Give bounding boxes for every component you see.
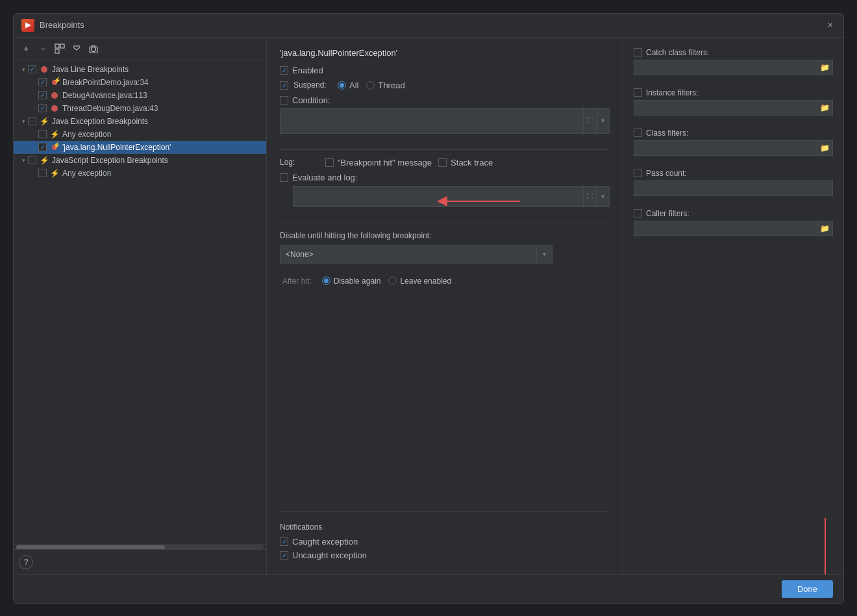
breakpoint-hit-label[interactable]: "Breakpoint hit" message [325, 158, 432, 167]
class-filters-browse-btn[interactable]: 📁 [817, 140, 833, 156]
caller-filters-input[interactable] [634, 221, 817, 236]
done-button[interactable]: Done [782, 580, 833, 598]
class-filters-input[interactable] [634, 140, 817, 156]
any-exception-label: Any exception [62, 130, 111, 139]
evaluate-expand-btn[interactable]: ⛶ [584, 186, 597, 207]
catch-class-checkbox[interactable] [634, 48, 642, 56]
after-hit-label: After hit: [282, 277, 312, 286]
enabled-checkbox[interactable] [280, 66, 288, 75]
notifications-title: Notifications [280, 523, 610, 532]
disable-again-label[interactable]: Disable again [322, 277, 381, 286]
breakpoint-hit-text: "Breakpoint hit" message [338, 158, 432, 167]
enabled-label[interactable]: Enabled [280, 66, 323, 75]
tree-item-thread-debug[interactable]: ✓ ThreadDebugDemo.java:43 [14, 102, 266, 115]
evaluate-dropdown-btn[interactable]: ▾ [597, 186, 610, 207]
separator-2 [280, 223, 610, 223]
dialog-bottom: Done [14, 574, 843, 603]
class-filters-checkbox[interactable] [634, 129, 642, 137]
uncaught-exception-label[interactable]: Uncaught exception [280, 550, 367, 560]
dropdown-arrow[interactable]: ▾ [537, 245, 553, 264]
disable-dropdown[interactable]: <None> [280, 245, 537, 264]
suspend-thread-label[interactable]: Thread [366, 80, 404, 90]
catch-class-input[interactable] [634, 60, 817, 75]
instance-filters-input-wrap: 📁 [634, 100, 833, 116]
tree-item-break-demo[interactable]: ✓ ⚡ BreakPointDemo.java:34 [14, 76, 266, 89]
stack-trace-checkbox[interactable] [438, 158, 447, 167]
remove-button[interactable]: − [36, 42, 50, 56]
instance-filters-label-row: Instance filters: [634, 88, 833, 97]
evaluate-textarea[interactable] [293, 186, 584, 207]
lightning-icon-3: ⚡ [39, 155, 49, 166]
tree-item-java-exception[interactable]: ▾ − ⚡ Java Exception Breakpoints [14, 115, 266, 128]
caller-filters-checkbox[interactable] [634, 209, 642, 217]
caller-filters-browse-btn[interactable]: 📁 [817, 221, 833, 236]
group-icon [55, 43, 65, 54]
svg-point-4 [92, 47, 96, 51]
evaluate-text: Evaluate and log: [292, 173, 357, 182]
uncaught-exception-checkbox[interactable] [280, 551, 288, 560]
catch-class-browse-btn[interactable]: 📁 [817, 60, 833, 75]
stack-trace-text: Stack trace [451, 158, 493, 167]
leave-enabled-label[interactable]: Leave enabled [388, 277, 451, 286]
collapse-button[interactable] [69, 42, 84, 56]
condition-checkbox[interactable] [280, 96, 288, 105]
evaluate-label[interactable]: Evaluate and log: [280, 173, 357, 182]
suspend-all-radio[interactable] [338, 81, 346, 90]
tree-item-any-exception-js[interactable]: ⚡ Any exception [14, 167, 266, 180]
suspend-thread-radio[interactable] [366, 81, 375, 90]
pass-count-checkbox[interactable] [634, 169, 642, 177]
condition-label: Condition: [292, 95, 330, 105]
instance-filters-browse-btn[interactable]: 📁 [817, 100, 833, 116]
caller-filters-label: Caller filters: [646, 209, 689, 218]
checkbox-java-line[interactable]: ✓ [28, 65, 36, 73]
caught-exception-text: Caught exception [292, 537, 358, 547]
checkbox-any-exception[interactable] [38, 130, 47, 138]
tree-item-java-line[interactable]: ▾ ✓ Java Line Breakpoints [14, 63, 266, 76]
checkbox-any-exception-js[interactable] [38, 169, 47, 177]
camera-button[interactable] [86, 42, 101, 56]
class-filters-section: Class filters: 📁 [634, 129, 833, 156]
checkbox-java-exception[interactable]: − [28, 117, 36, 125]
tree-item-debug-advance[interactable]: ✓ DebugAdvance.java:113 [14, 89, 266, 102]
notifications-section: Notifications Caught exception Uncaught … [280, 523, 610, 564]
title-bar-left: ▶ Breakpoints [21, 19, 84, 32]
checkbox-js-exception[interactable] [28, 156, 36, 164]
checkbox-thread-debug[interactable]: ✓ [38, 104, 47, 112]
checkbox-break-demo[interactable]: ✓ [38, 78, 47, 86]
condition-checkbox-label[interactable]: Condition: [280, 95, 330, 105]
breakpoint-hit-checkbox[interactable] [325, 158, 334, 167]
caught-exception-label[interactable]: Caught exception [280, 537, 358, 547]
evaluate-checkbox[interactable] [280, 173, 288, 182]
checkbox-debug-advance[interactable]: ✓ [38, 91, 47, 99]
suspend-checkbox-label[interactable] [280, 81, 288, 90]
group-button[interactable] [53, 42, 67, 56]
horizontal-scrollbar[interactable] [14, 544, 266, 549]
lightning-icon-2: ⚡ [49, 129, 60, 140]
disable-again-radio[interactable] [322, 277, 330, 285]
stack-trace-label[interactable]: Stack trace [438, 158, 493, 167]
add-button[interactable]: + [19, 42, 33, 56]
tree-item-js-exception[interactable]: ▾ ⚡ JavaScript Exception Breakpoints [14, 154, 266, 167]
condition-textarea[interactable] [280, 108, 584, 134]
suspend-all-label[interactable]: All [338, 80, 358, 90]
instance-filters-input[interactable] [634, 100, 817, 116]
help-button[interactable]: ? [19, 555, 33, 569]
close-button[interactable]: × [825, 20, 836, 31]
condition-dropdown-btn[interactable]: ▾ [597, 108, 610, 134]
app-icon: ▶ [21, 19, 34, 32]
caught-exception-checkbox[interactable] [280, 537, 288, 546]
tree-item-any-exception[interactable]: ⚡ Any exception [14, 128, 266, 141]
log-label: Log: [280, 158, 319, 167]
svg-rect-1 [60, 44, 64, 48]
tree-item-npe[interactable]: ✓ ⚡ 'java.lang.NullPointerException' [14, 141, 266, 154]
pass-count-input[interactable] [634, 180, 833, 196]
spacer-1 [29, 78, 38, 87]
instance-filters-checkbox[interactable] [634, 88, 642, 97]
leave-enabled-radio[interactable] [388, 277, 397, 285]
checkbox-npe[interactable]: ✓ [38, 143, 47, 151]
suspend-label: Suspend: [293, 80, 332, 90]
left-bottom: ? [14, 549, 266, 574]
suspend-checkbox[interactable] [280, 81, 288, 90]
title-bar: ▶ Breakpoints × [14, 14, 843, 38]
condition-expand-btn[interactable]: ⛶ [584, 108, 597, 134]
